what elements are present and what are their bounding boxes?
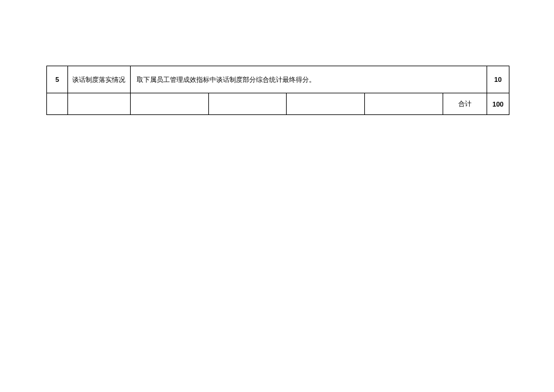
total-value: 100 [487, 93, 509, 115]
total-label: 合计 [443, 93, 487, 115]
score-table: 5 谈话制度落实情况 取下属员工管理成效指标中谈话制度部分综合统计最终得分。 1… [46, 66, 509, 115]
table-row-total: 合计 100 [47, 93, 509, 115]
row-title: 谈话制度落实情况 [67, 66, 130, 93]
table-row: 5 谈话制度落实情况 取下属员工管理成效指标中谈话制度部分综合统计最终得分。 1… [47, 66, 509, 93]
row-score: 10 [487, 66, 509, 93]
row-description: 取下属员工管理成效指标中谈话制度部分综合统计最终得分。 [130, 66, 487, 93]
empty-cell [287, 93, 365, 115]
row-number: 5 [47, 66, 68, 93]
empty-cell [47, 93, 68, 115]
empty-cell [365, 93, 443, 115]
empty-cell [208, 93, 287, 115]
empty-cell [130, 93, 208, 115]
empty-cell [67, 93, 130, 115]
